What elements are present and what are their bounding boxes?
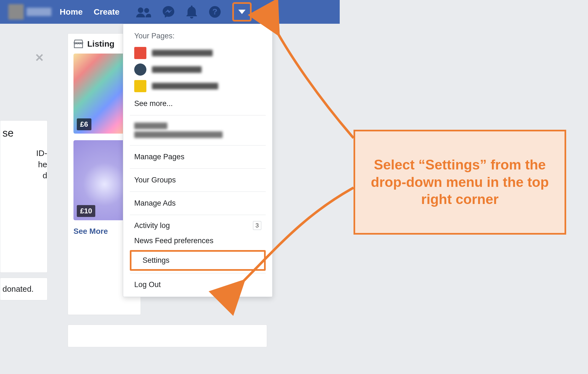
annotation-text: Select “Settings” from the drop-down men…: [363, 156, 556, 208]
see-more-pages-link[interactable]: See more...: [123, 94, 272, 113]
account-dropdown-button[interactable]: [232, 2, 252, 22]
account-dropdown-menu: Your Pages: See more... Manage Pages You…: [123, 24, 273, 297]
menu-your-groups[interactable]: Your Groups: [123, 171, 272, 189]
messenger-icon[interactable]: [162, 6, 175, 18]
left-fragment-card: se ID- he d: [0, 120, 48, 273]
menu-separator: [130, 215, 266, 215]
page-item-3[interactable]: [123, 78, 272, 94]
friend-requests-icon[interactable]: [136, 6, 151, 17]
activity-log-badge: 3: [253, 221, 261, 230]
annotation-callout: Select “Settings” from the drop-down men…: [354, 130, 566, 235]
page-avatar-1: [134, 47, 146, 59]
menu-separator: [130, 273, 266, 273]
menu-activity-log[interactable]: Activity log 3: [123, 217, 272, 234]
account-switch-block[interactable]: [123, 118, 272, 143]
activity-log-label: Activity log: [134, 221, 170, 230]
profile-name-blurred[interactable]: [27, 8, 51, 16]
menu-manage-pages[interactable]: Manage Pages: [123, 148, 272, 166]
page-name-3-blurred: [152, 83, 218, 89]
svg-text:?: ?: [212, 7, 217, 16]
page-avatar-3: [134, 80, 146, 92]
menu-separator: [130, 145, 266, 145]
left-fragment-donated: donated.: [0, 278, 48, 300]
page-item-1[interactable]: [123, 45, 272, 61]
blank-card: [68, 325, 267, 347]
content-area: ✕ se ID- he d donated. Listing £6 £10 Se…: [0, 24, 340, 372]
top-nav-bar: Home Create ?: [0, 0, 340, 24]
listing-price-1: £6: [77, 118, 91, 130]
nav-home[interactable]: Home: [60, 7, 83, 17]
page-avatar-2: [134, 63, 146, 76]
close-icon[interactable]: ✕: [35, 51, 44, 64]
help-icon[interactable]: ?: [209, 6, 221, 18]
nav-create[interactable]: Create: [94, 7, 119, 17]
menu-separator: [130, 115, 266, 115]
page-name-2-blurred: [152, 66, 202, 73]
storefront-icon: [73, 39, 83, 49]
notifications-icon[interactable]: [186, 5, 197, 18]
fragment-text-se: se: [0, 121, 47, 145]
menu-manage-ads[interactable]: Manage Ads: [123, 194, 272, 213]
menu-newsfeed-prefs[interactable]: News Feed preferences: [123, 234, 272, 250]
menu-log-out[interactable]: Log Out: [123, 275, 272, 294]
listing-card-title: Listing: [87, 39, 114, 49]
listing-price-2: £10: [77, 205, 95, 217]
profile-avatar[interactable]: [8, 4, 24, 20]
page-name-1-blurred: [152, 50, 213, 56]
menu-separator: [130, 168, 266, 169]
menu-separator: [130, 192, 266, 192]
fragment-donated-text: donated.: [0, 278, 47, 300]
fragment-text-id: ID- he d: [0, 145, 47, 181]
menu-settings[interactable]: Settings: [130, 250, 266, 271]
your-pages-label: Your Pages:: [123, 31, 272, 45]
page-item-2[interactable]: [123, 61, 272, 78]
